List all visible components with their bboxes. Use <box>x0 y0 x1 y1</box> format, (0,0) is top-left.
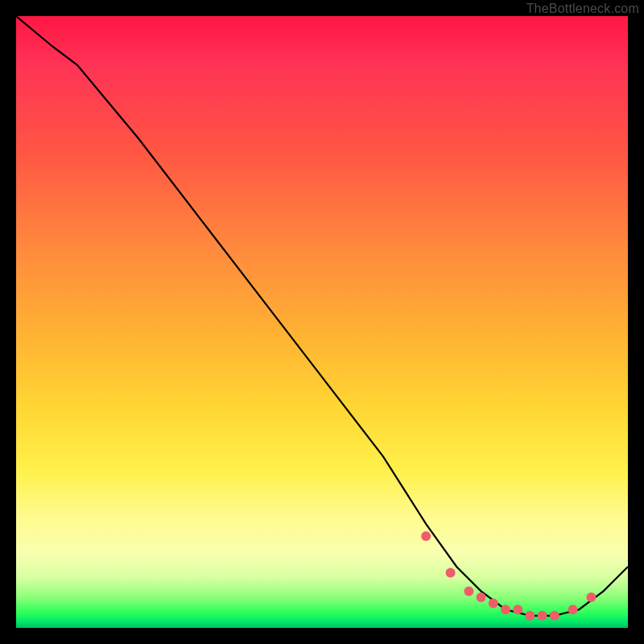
highlight-markers <box>421 531 596 621</box>
highlight-marker <box>421 531 431 541</box>
highlight-marker <box>586 592 596 602</box>
highlight-marker <box>501 605 510 614</box>
highlight-marker <box>477 592 486 602</box>
chart-svg <box>16 16 628 628</box>
bottleneck-curve <box>16 16 628 616</box>
highlight-marker <box>525 611 535 621</box>
highlight-marker <box>538 611 547 621</box>
highlight-marker <box>446 568 456 578</box>
watermark-text: TheBottleneck.com <box>526 2 639 16</box>
highlight-marker <box>464 586 473 596</box>
highlight-marker <box>489 599 498 609</box>
highlight-marker <box>550 611 559 621</box>
highlight-marker <box>513 605 522 614</box>
chart-frame <box>16 16 628 628</box>
highlight-marker <box>568 605 578 614</box>
